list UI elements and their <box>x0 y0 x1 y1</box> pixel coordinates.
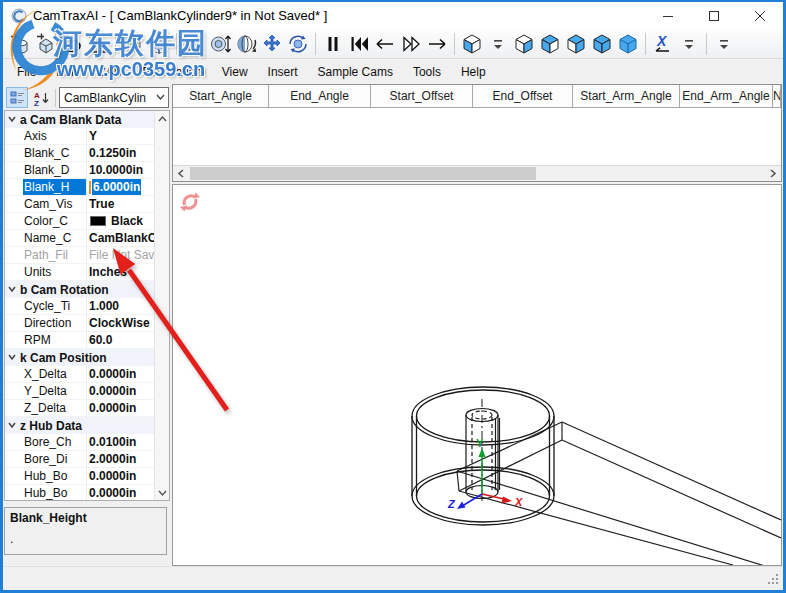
close-button[interactable] <box>737 2 783 29</box>
property-value[interactable]: 1.000 <box>87 298 154 314</box>
property-row[interactable]: Hub_Bo0.0000in <box>5 468 154 485</box>
refresh-icon[interactable] <box>178 190 202 214</box>
property-value[interactable]: ClockWise <box>87 315 154 331</box>
view-cube-5-icon[interactable] <box>563 31 589 57</box>
new-profile-icon[interactable] <box>85 31 111 57</box>
property-row[interactable]: Y_Delta0.0000in <box>5 383 154 400</box>
property-row[interactable]: X_Delta0.0000in <box>5 366 154 383</box>
menu-item-edit[interactable]: Edit <box>46 61 87 83</box>
fit-view-icon[interactable] <box>146 31 172 57</box>
property-row[interactable]: Blank_C0.1250in <box>5 145 154 162</box>
orbit-icon[interactable] <box>285 31 311 57</box>
view-cube-7-icon[interactable] <box>615 31 641 57</box>
property-value[interactable]: Black <box>87 213 154 229</box>
new-cylinder-icon[interactable] <box>7 31 33 57</box>
viewport-3d[interactable]: Y X Z <box>172 184 782 566</box>
column-header-end_arm_angle[interactable]: End_Arm_Angle <box>680 85 773 108</box>
categorized-view-button[interactable] <box>6 87 28 108</box>
property-section-header[interactable]: k Cam Position <box>5 349 154 366</box>
property-row[interactable]: Blank_D10.0000in <box>5 162 154 179</box>
column-header-start_offset[interactable]: Start_Offset <box>371 85 473 108</box>
property-row[interactable]: Cycle_Ti1.000 <box>5 298 154 315</box>
property-row[interactable]: Bore_Di2.0000in <box>5 451 154 468</box>
property-row[interactable]: Z_Delta0.0000in <box>5 400 154 417</box>
zoom-vertical-icon[interactable] <box>207 31 233 57</box>
property-value[interactable]: 0.0000in <box>87 400 154 416</box>
view-cube-1-icon[interactable] <box>459 31 485 57</box>
property-value[interactable]: 0.0100in <box>87 434 154 450</box>
new-cube-icon[interactable] <box>33 31 59 57</box>
property-value[interactable]: 0.0000in <box>87 383 154 399</box>
property-value[interactable]: 2.0000in <box>87 451 154 467</box>
export-image-icon[interactable] <box>120 31 146 57</box>
property-row[interactable]: Bore_Ch0.0100in <box>5 434 154 451</box>
table-horizontal-scrollbar[interactable] <box>173 165 781 181</box>
property-value[interactable]: 0.0000in <box>87 468 154 484</box>
menu-item-help[interactable]: Help <box>451 61 496 83</box>
property-value[interactable]: 0.1250in <box>87 145 154 161</box>
view-cube-4-icon[interactable] <box>537 31 563 57</box>
menu-item-view[interactable]: View <box>212 61 258 83</box>
cam-selector-combobox[interactable]: CamBlankCylin <box>59 87 169 108</box>
spin-sphere-icon[interactable] <box>233 31 259 57</box>
property-section-header[interactable]: a Cam Blank Data <box>5 111 154 128</box>
view-cube-icon[interactable] <box>485 31 511 57</box>
alphabetical-sort-button[interactable]: AZ <box>30 87 52 108</box>
column-header-start_arm_angle[interactable]: Start_Arm_Angle <box>573 85 680 108</box>
scroll-left-button[interactable] <box>173 166 189 181</box>
minimize-button[interactable] <box>645 2 691 29</box>
view-cube-3-icon[interactable] <box>511 31 537 57</box>
toolbar-overflow-icon[interactable] <box>676 31 702 57</box>
column-header-end_offset[interactable]: End_Offset <box>473 85 573 108</box>
menu-item-sample-cams[interactable]: Sample Cams <box>308 61 403 83</box>
scroll-up-button[interactable] <box>155 111 170 126</box>
property-row[interactable]: Cam_VisTrue <box>5 196 154 213</box>
step-back-icon[interactable] <box>372 31 398 57</box>
property-value[interactable]: 0.0000in <box>87 485 154 501</box>
property-row[interactable]: Path_FilFile Not Save <box>5 247 154 264</box>
delete-x-icon[interactable]: X <box>650 31 676 57</box>
property-value[interactable]: CamBlankCyl <box>87 230 154 246</box>
property-section-header[interactable]: b Cam Rotation <box>5 281 154 298</box>
scrollbar-thumb[interactable] <box>190 167 536 180</box>
menu-item-tools[interactable]: Tools <box>403 61 451 83</box>
property-section-header[interactable]: z Hub Data <box>5 417 154 434</box>
property-value[interactable]: 10.0000in <box>87 162 154 178</box>
property-value[interactable]: 0.0000in <box>87 366 154 382</box>
property-value[interactable]: File Not Save <box>87 247 154 263</box>
property-value[interactable]: 6.0000in <box>87 179 154 195</box>
scroll-down-button[interactable] <box>155 485 170 500</box>
property-row[interactable]: Color_CBlack <box>5 213 154 230</box>
property-value[interactable]: True <box>87 196 154 212</box>
pause-icon[interactable] <box>320 31 346 57</box>
menu-item-file[interactable]: File <box>7 61 46 83</box>
property-row[interactable]: Hub_Bo0.0000in <box>5 485 154 501</box>
property-row[interactable]: RPM60.0 <box>5 332 154 349</box>
step-forward-icon[interactable] <box>424 31 450 57</box>
property-row[interactable]: AxisY <box>5 128 154 145</box>
column-header-n[interactable]: N <box>773 85 781 108</box>
property-value[interactable]: 60.0 <box>87 332 154 348</box>
new-cam-icon[interactable] <box>59 31 85 57</box>
column-header-end_angle[interactable]: End_Angle <box>269 85 371 108</box>
go-first-icon[interactable] <box>346 31 372 57</box>
table-body[interactable] <box>173 108 781 165</box>
toolbar-overflow-icon[interactable] <box>711 31 737 57</box>
view-cube-6-icon[interactable] <box>589 31 615 57</box>
property-value[interactable]: Inches <box>87 264 154 280</box>
scroll-right-button[interactable] <box>765 166 781 181</box>
resize-grip[interactable] <box>766 572 780 586</box>
property-row[interactable]: DirectionClockWise <box>5 315 154 332</box>
property-row[interactable]: Name_CCamBlankCyl <box>5 230 154 247</box>
menu-item-fabrication[interactable]: Fabrication <box>132 61 211 83</box>
property-grid-scrollbar[interactable] <box>154 111 169 500</box>
property-row[interactable]: Blank_H6.0000in <box>5 179 154 196</box>
column-header-start_angle[interactable]: Start_Angle <box>173 85 269 108</box>
menu-item-cad[interactable]: CAD <box>87 61 132 83</box>
property-row[interactable]: UnitsInches <box>5 264 154 281</box>
rotate-quarter-icon[interactable] <box>181 31 207 57</box>
menu-item-insert[interactable]: Insert <box>258 61 308 83</box>
fast-forward-icon[interactable] <box>398 31 424 57</box>
maximize-button[interactable] <box>691 2 737 29</box>
pan-icon[interactable] <box>259 31 285 57</box>
